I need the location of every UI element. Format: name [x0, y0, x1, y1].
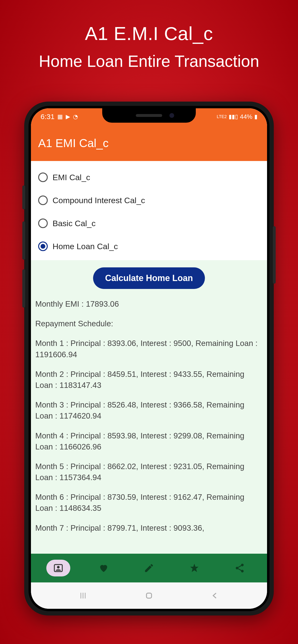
schedule-month-row: Month 3 : Principal : 8526.48, Interest … [31, 400, 267, 422]
radio-icon [38, 196, 48, 205]
signal-icon: ▮▮▯ [229, 113, 238, 120]
phone-screen: 6:31 ▦ ▶ ◔ LTE2 ▮▮▯ 44% ▮ A1 EMI Cal_c [31, 108, 267, 609]
schedule-month-row: Month 6 : Principal : 8730.59, Interest … [31, 492, 267, 514]
radio-icon [38, 172, 48, 182]
nav-contacts[interactable] [46, 560, 70, 576]
app-header: A1 EMI Cal_c [31, 125, 267, 161]
youtube-icon: ▶ [66, 113, 70, 120]
network-label: LTE2 [217, 114, 227, 119]
nav-favorites[interactable] [92, 560, 116, 576]
schedule-month-row: Month 7 : Principal : 8799.71, Interest … [31, 522, 267, 534]
phone-side-button [22, 186, 25, 210]
monthly-emi-value: Monthly EMI : 17893.06 [31, 298, 267, 310]
heart-icon [98, 563, 109, 573]
phone-side-button [22, 269, 25, 308]
schedule-month-row: Month 5 : Principal : 8662.02, Interest … [31, 461, 267, 483]
nav-edit[interactable] [137, 560, 161, 576]
svg-point-2 [241, 564, 244, 566]
gallery-icon: ▦ [57, 113, 63, 120]
android-system-nav [31, 582, 267, 609]
results-panel: Calculate Home Loan Monthly EMI : 17893.… [31, 260, 267, 584]
phone-side-button [273, 226, 276, 284]
nav-share[interactable] [228, 560, 252, 576]
calculator-type-radio-group: EMI Cal_c Compound Interest Cal_c Basic … [31, 161, 267, 260]
promo-subtitle: Home Loan Entire Transaction [39, 52, 259, 70]
back-button[interactable] [203, 588, 227, 603]
home-icon [145, 591, 153, 600]
radio-basic-calc[interactable]: Basic Cal_c [36, 212, 262, 235]
phone-side-button [22, 222, 25, 260]
radio-compound-interest-calc[interactable]: Compound Interest Cal_c [36, 189, 262, 212]
chevron-left-icon [211, 591, 219, 600]
phone-notch [102, 108, 196, 123]
status-time: 6:31 [41, 112, 54, 121]
svg-point-1 [57, 566, 60, 568]
notification-icon: ◔ [73, 113, 78, 120]
radio-icon-selected [38, 242, 48, 251]
schedule-month-row: Month 4 : Principal : 8593.98, Interest … [31, 430, 267, 452]
radio-emi-calc[interactable]: EMI Cal_c [36, 166, 262, 189]
schedule-month-row: Month 1 : Principal : 8393.06, Interest … [31, 338, 267, 360]
person-card-icon [53, 563, 64, 573]
repayment-schedule-header: Repayment Schedule: [31, 318, 267, 329]
promo-title: A1 E.M.I Cal_c [85, 23, 213, 44]
radio-home-loan-calc[interactable]: Home Loan Cal_c [36, 235, 262, 258]
recent-apps-button[interactable] [71, 588, 95, 603]
svg-point-4 [241, 570, 244, 572]
radio-icon [38, 218, 48, 228]
radio-label: EMI Cal_c [53, 173, 90, 182]
home-button[interactable] [137, 588, 161, 603]
star-icon [189, 563, 200, 573]
battery-percent: 44% [240, 113, 252, 120]
phone-mockup-frame: 6:31 ▦ ▶ ◔ LTE2 ▮▮▯ 44% ▮ A1 EMI Cal_c [24, 102, 274, 616]
recent-icon [79, 591, 87, 600]
calculate-home-loan-button[interactable]: Calculate Home Loan [93, 268, 205, 289]
schedule-month-row: Month 2 : Principal : 8459.51, Interest … [31, 369, 267, 391]
radio-label: Home Loan Cal_c [53, 242, 118, 251]
nav-star[interactable] [182, 560, 206, 576]
bottom-navigation [31, 554, 267, 582]
share-icon [234, 563, 245, 573]
radio-label: Compound Interest Cal_c [53, 196, 145, 205]
svg-rect-8 [146, 593, 152, 598]
svg-point-3 [236, 567, 238, 570]
battery-icon: ▮ [254, 113, 257, 120]
radio-label: Basic Cal_c [53, 219, 96, 228]
pencil-icon [144, 563, 154, 573]
app-title: A1 EMI Cal_c [38, 136, 108, 150]
